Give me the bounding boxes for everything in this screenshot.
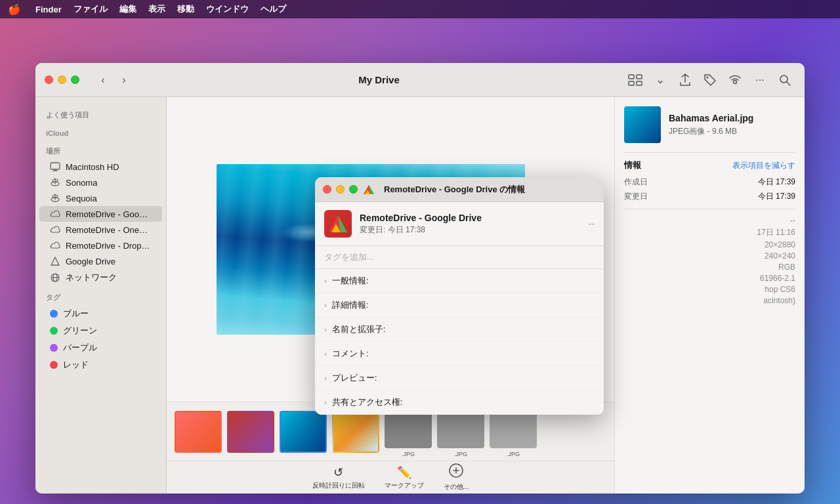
dialog-title: RemoteDrive - Google Drive の情報 [384, 184, 596, 196]
close-button[interactable] [45, 75, 53, 84]
sidebar-item-network[interactable]: ネットワーク [39, 269, 162, 286]
sidebar-item-remotedrive-dropbox[interactable]: RemoteDrive - Dropbox [39, 238, 162, 253]
dialog-section-general-label: 一般情報: [332, 275, 369, 287]
sidebar-label-network: ネットワーク [66, 272, 117, 284]
sidebar-tag-red[interactable]: レッド [39, 356, 162, 373]
rotate-ccw-button[interactable]: ↺ 反時計回りに回転 [312, 465, 365, 490]
info-filetype: JPEG画像 - 9.6 MB [669, 126, 753, 137]
sharing-chevron-icon: › [324, 398, 327, 406]
info-detail-separator: -- [624, 216, 795, 225]
thumbnail-4[interactable] [332, 411, 379, 453]
dialog-file-info: RemoteDrive - Google Drive 変更日: 今日 17:38 [360, 213, 581, 236]
more-options-button[interactable]: ··· [749, 70, 770, 91]
info-file-preview: Bahamas Aerial.jpg JPEG画像 - 9.6 MB [624, 106, 795, 143]
dialog-section-comments[interactable]: › コメント: [315, 342, 604, 366]
view-options-button[interactable]: ⌄ [650, 70, 671, 91]
back-button[interactable]: ‹ [94, 71, 112, 89]
info-section-link[interactable]: 表示項目を減らす [732, 160, 795, 171]
sidebar-label-sonoma: Sonoma [66, 178, 97, 188]
dialog-section-details[interactable]: › 詳細情報: [315, 293, 604, 318]
info-key-created: 作成日 [624, 177, 648, 188]
dialog-section-comments-label: コメント: [332, 348, 369, 360]
apple-menu[interactable]: 🍎 [8, 3, 21, 16]
info-detail-profile: 61966-2.1 [624, 274, 795, 283]
dialog-file-date: 変更日: 今日 17:38 [360, 224, 581, 236]
thumbnail-2[interactable] [227, 411, 274, 453]
info-detail-machine: acintosh) [624, 296, 795, 305]
macintosh-hd-icon [50, 161, 60, 172]
dialog-fullscreen-button[interactable] [349, 185, 358, 194]
blue-tag-dot [50, 310, 58, 318]
more-actions-icon [449, 463, 463, 481]
dialog-minimize-button[interactable] [336, 185, 345, 194]
thumbnail-1[interactable] [175, 411, 222, 453]
info-section-header: 情報 表示項目を減らす [624, 159, 795, 171]
sidebar-tag-blue[interactable]: ブルー [39, 305, 162, 322]
remotedrive-onedrive-icon [50, 224, 60, 235]
minimize-button[interactable] [58, 75, 66, 84]
info-row-created: 作成日 今日 17:39 [624, 177, 795, 188]
dialog-section-general[interactable]: › 一般情報: [315, 269, 604, 293]
info-dialog: RemoteDrive - Google Drive の情報 RemoteDri… [315, 177, 604, 415]
svg-point-4 [707, 76, 709, 78]
menubar-finder[interactable]: Finder [35, 5, 62, 14]
dialog-section-sharing[interactable]: › 共有とアクセス権: [315, 390, 604, 415]
info-detail-dim1: 20×2880 [624, 240, 795, 249]
dialog-tag-field[interactable]: タグを追加... [315, 246, 604, 269]
sidebar-tag-green[interactable]: グリーン [39, 322, 162, 339]
red-tag-dot [50, 361, 58, 369]
thumbnail-6-label: .JPG [454, 451, 467, 457]
traffic-lights [45, 75, 79, 84]
dialog-file-name: RemoteDrive - Google Drive [360, 213, 581, 223]
sidebar: よく使う項目 iCloud 場所 Macintosh HD Sonoma [35, 97, 167, 494]
fullscreen-button[interactable] [71, 75, 79, 84]
sidebar-item-sequoia[interactable]: Sequoia [39, 190, 162, 206]
display-view-button[interactable] [625, 70, 646, 91]
dialog-section-name-ext[interactable]: › 名前と拡張子: [315, 318, 604, 342]
sidebar-tags-header: タグ [35, 286, 166, 305]
markup-button[interactable]: ✏️ マークアップ [385, 465, 424, 490]
sidebar-label-remotedrive-google: RemoteDrive - Google... [66, 209, 152, 219]
svg-point-6 [780, 75, 788, 83]
menubar-go[interactable]: 移動 [177, 3, 194, 15]
share-button[interactable] [675, 70, 696, 91]
dialog-close-button[interactable] [323, 185, 331, 194]
info-panel: Bahamas Aerial.jpg JPEG画像 - 9.6 MB 情報 表示… [614, 97, 805, 494]
menubar-edit[interactable]: 編集 [119, 3, 136, 15]
svg-rect-3 [637, 81, 642, 85]
remotedrive-google-icon [50, 209, 60, 219]
more-actions-button[interactable]: その他... [444, 463, 469, 492]
info-divider-2 [624, 209, 795, 209]
sidebar-tag-green-label: グリーン [63, 325, 97, 337]
info-thumbnail [624, 106, 661, 143]
menubar: 🍎 Finder ファイル 編集 表示 移動 ウインドウ ヘルプ [0, 0, 840, 18]
menubar-help[interactable]: ヘルプ [261, 3, 286, 15]
tag-button[interactable] [700, 70, 721, 91]
sidebar-item-remotedrive-onedrive[interactable]: RemoteDrive - OneDrive [39, 222, 162, 238]
sidebar-label-google-drive: Google Drive [66, 257, 116, 266]
menubar-file[interactable]: ファイル [74, 3, 108, 15]
dialog-minimize-dash[interactable]: -- [589, 219, 595, 229]
google-drive-dialog-icon [363, 184, 375, 195]
sidebar-item-sonoma[interactable]: Sonoma [39, 175, 162, 190]
airdrop-button[interactable] [724, 70, 746, 91]
sidebar-item-macintosh-hd[interactable]: Macintosh HD [39, 159, 162, 175]
details-chevron-icon: › [324, 301, 327, 309]
finder-toolbar: ‹ › My Drive ⌄ [35, 63, 805, 97]
sidebar-item-remotedrive-google[interactable]: RemoteDrive - Google... [39, 206, 162, 222]
menubar-view[interactable]: 表示 [148, 3, 165, 15]
menubar-window[interactable]: ウインドウ [206, 3, 249, 15]
search-button[interactable] [774, 70, 795, 91]
thumbnail-3[interactable] [280, 411, 327, 453]
dialog-file-header: RemoteDrive - Google Drive 変更日: 今日 17:38… [315, 202, 604, 246]
dialog-section-preview[interactable]: › プレビュー: [315, 366, 604, 390]
info-file-meta: Bahamas Aerial.jpg JPEG画像 - 9.6 MB [669, 112, 753, 137]
info-section-title: 情報 [624, 159, 641, 171]
sidebar-item-google-drive[interactable]: Google Drive [39, 253, 162, 269]
sidebar-tag-purple[interactable]: パープル [39, 339, 162, 356]
network-icon [50, 272, 60, 283]
purple-tag-dot [50, 344, 58, 352]
forward-button[interactable]: › [115, 71, 133, 89]
info-value-created: 今日 17:39 [758, 177, 795, 188]
svg-rect-2 [629, 81, 634, 85]
